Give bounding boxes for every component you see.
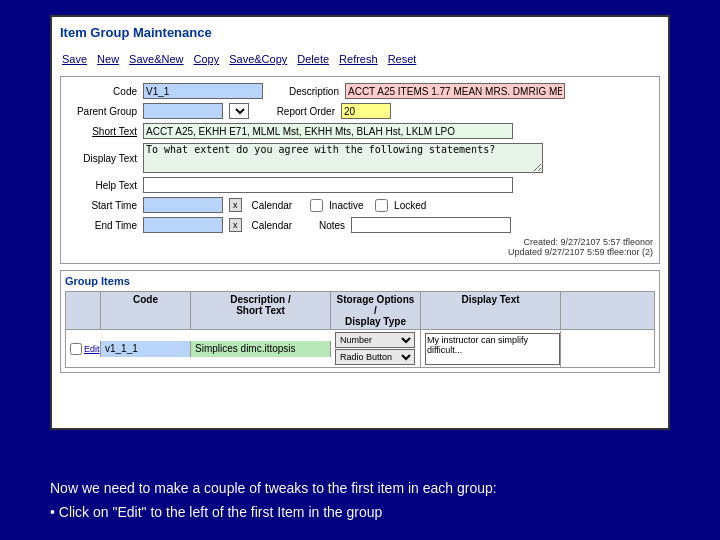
row-edit-cell: Edit <box>66 341 101 357</box>
start-time-calendar-button[interactable]: x <box>229 198 242 212</box>
parent-group-row: Parent Group ▼ Report Order <box>67 103 653 119</box>
start-time-input[interactable] <box>143 197 223 213</box>
main-form: Code Description Parent Group ▼ Report O… <box>60 76 660 264</box>
parent-group-input[interactable] <box>143 103 223 119</box>
header-storage: Storage Options /Display Type <box>331 292 421 329</box>
calendar-label-1: Calendar <box>252 200 293 211</box>
row-desc-cell: Simplices dimc.ittopsis <box>191 341 331 357</box>
parent-group-select[interactable]: ▼ <box>229 103 249 119</box>
bottom-text: Now we need to make a couple of tweaks t… <box>50 480 670 520</box>
created-info: Created: 9/27/2107 5:57 tfleonor <box>523 237 653 247</box>
header-edit <box>66 292 101 329</box>
notes-label: Notes <box>310 220 345 231</box>
header-description: Description /Short Text <box>191 292 331 329</box>
calendar-label-2: Calendar <box>252 220 293 231</box>
short-text-row: Short Text <box>67 123 653 139</box>
report-order-input[interactable] <box>341 103 391 119</box>
row-storage-cell: Number Radio Button <box>331 330 421 367</box>
help-text-input[interactable] <box>143 177 513 193</box>
main-window: Item Group Maintenance Save New Save&New… <box>50 15 670 430</box>
help-text-label: Help Text <box>67 180 137 191</box>
row-code-cell: v1_1_1 <box>101 341 191 357</box>
header-code: Code <box>101 292 191 329</box>
display-text-row: Display Text To what extent do you agree… <box>67 143 653 173</box>
storage-select-2[interactable]: Radio Button <box>335 349 415 365</box>
save-new-button[interactable]: Save&New <box>127 52 185 66</box>
header-display: Display Text <box>421 292 561 329</box>
delete-button[interactable]: Delete <box>295 52 331 66</box>
parent-group-label: Parent Group <box>67 106 137 117</box>
code-input[interactable] <box>143 83 263 99</box>
new-button[interactable]: New <box>95 52 121 66</box>
copy-button[interactable]: Copy <box>192 52 222 66</box>
row-display-cell: My instructor can simplify difficult... <box>421 331 561 367</box>
updated-info: Updated 9/27/2107 5:59 tflee:nor (2) <box>508 247 653 257</box>
end-time-row: End Time x Calendar Notes <box>67 217 653 233</box>
storage-select-1[interactable]: Number <box>335 332 415 348</box>
end-time-calendar-button[interactable]: x <box>229 218 242 232</box>
meta-info: Created: 9/27/2107 5:57 tfleonor Updated… <box>67 237 653 257</box>
save-button[interactable]: Save <box>60 52 89 66</box>
start-time-label: Start Time <box>67 200 137 211</box>
group-items-title: Group Items <box>65 275 655 287</box>
display-text-input[interactable]: To what extent do you agree with the fol… <box>143 143 543 173</box>
end-time-input[interactable] <box>143 217 223 233</box>
refresh-button[interactable]: Refresh <box>337 52 380 66</box>
start-time-row: Start Time x Calendar Inactive Locked <box>67 197 653 213</box>
locked-checkbox[interactable] <box>375 199 388 212</box>
group-items-section: Group Items Code Description /Short Text… <box>60 270 660 373</box>
description-input[interactable] <box>345 83 565 99</box>
row-checkbox[interactable] <box>70 343 82 355</box>
report-order-label: Report Order <box>255 106 335 117</box>
notes-input[interactable] <box>351 217 511 233</box>
short-text-input[interactable] <box>143 123 513 139</box>
window-title: Item Group Maintenance <box>60 25 660 44</box>
toolbar: Save New Save&New Copy Save&Copy Delete … <box>60 52 660 66</box>
help-text-row: Help Text <box>67 177 653 193</box>
table-header: Code Description /Short Text Storage Opt… <box>65 291 655 330</box>
reset-button[interactable]: Reset <box>386 52 419 66</box>
table-row: Edit v1_1_1 Simplices dimc.ittopsis Numb… <box>65 330 655 368</box>
inactive-checkbox[interactable] <box>310 199 323 212</box>
bottom-line1: Now we need to make a couple of tweaks t… <box>50 480 670 496</box>
bottom-line2: • Click on "Edit" to the left of the fir… <box>50 504 670 520</box>
save-copy-button[interactable]: Save&Copy <box>227 52 289 66</box>
locked-label: Locked <box>394 200 434 211</box>
display-text-value: My instructor can simplify difficult... <box>425 333 560 365</box>
display-text-label: Display Text <box>67 153 137 164</box>
end-time-label: End Time <box>67 220 137 231</box>
cursor-icon: ↖ <box>112 390 125 409</box>
code-label: Code <box>67 86 137 97</box>
description-label: Description <box>269 86 339 97</box>
short-text-label: Short Text <box>67 126 137 137</box>
edit-button[interactable]: Edit <box>84 344 100 354</box>
inactive-label: Inactive <box>329 200 369 211</box>
code-row: Code Description <box>67 83 653 99</box>
